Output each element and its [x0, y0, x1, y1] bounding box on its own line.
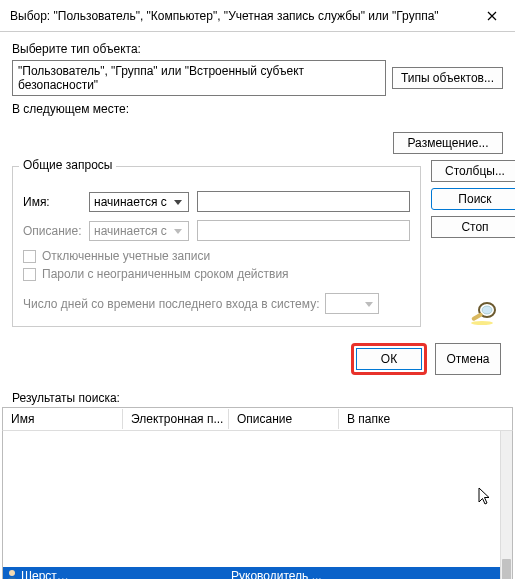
description-match-select: начинается с — [89, 221, 189, 241]
svg-point-3 — [471, 321, 493, 325]
common-queries-legend: Общие запросы — [19, 158, 116, 172]
col-folder[interactable]: В папке — [339, 409, 512, 429]
nonexpiring-pw-checkbox — [23, 268, 36, 281]
search-icon — [467, 299, 503, 327]
description-input — [197, 220, 410, 241]
row-name: Шерст… — [21, 569, 125, 579]
disabled-accounts-label: Отключенные учетные записи — [42, 249, 210, 263]
object-type-label: Выберите тип объекта: — [12, 42, 503, 56]
user-icon — [5, 568, 19, 580]
location-label: В следующем месте: — [12, 102, 503, 116]
row-desc: Руководитель ... — [231, 569, 341, 579]
svg-point-4 — [9, 570, 15, 576]
titlebar: Выбор: "Пользователь", "Компьютер", "Уче… — [0, 0, 515, 32]
cancel-button[interactable]: Отмена — [435, 343, 501, 375]
col-description[interactable]: Описание — [229, 409, 339, 429]
common-queries-fieldset: Общие запросы Имя: начинается с Описание… — [12, 166, 421, 327]
close-button[interactable] — [469, 0, 515, 32]
results-header: Имя Электронная п... Описание В папке — [2, 407, 513, 431]
window-title: Выбор: "Пользователь", "Компьютер", "Уче… — [10, 9, 469, 23]
ok-button[interactable]: ОК — [356, 348, 422, 370]
col-name[interactable]: Имя — [3, 409, 123, 429]
svg-rect-2 — [471, 312, 483, 321]
svg-point-1 — [482, 306, 492, 314]
stop-button[interactable]: Стоп — [431, 216, 515, 238]
name-label: Имя: — [23, 195, 81, 209]
columns-button[interactable]: Столбцы... — [431, 160, 515, 182]
days-since-logon-label: Число дней со времени последнего входа в… — [23, 297, 319, 311]
find-now-button[interactable]: Поиск — [431, 188, 515, 210]
object-type-value: "Пользователь", "Группа" или "Встроенный… — [12, 60, 386, 96]
scrollbar[interactable] — [500, 431, 512, 579]
nonexpiring-pw-label: Пароли с неограниченным сроком действия — [42, 267, 289, 281]
object-types-button[interactable]: Типы объектов... — [392, 67, 503, 89]
name-input[interactable] — [197, 191, 410, 212]
locations-button[interactable]: Размещение... — [393, 132, 503, 154]
scroll-thumb[interactable] — [502, 559, 511, 579]
name-match-select[interactable]: начинается с — [89, 192, 189, 212]
results-label: Результаты поиска: — [12, 391, 515, 405]
disabled-accounts-checkbox — [23, 250, 36, 263]
table-row[interactable]: Шерст… Руководитель ... — [3, 567, 500, 579]
days-since-logon-select — [325, 293, 379, 314]
results-body[interactable]: Шерст… Руководитель ... — [2, 431, 513, 579]
col-email[interactable]: Электронная п... — [123, 409, 229, 429]
close-icon — [487, 11, 497, 21]
description-label: Описание: — [23, 224, 81, 238]
ok-highlight: ОК — [351, 343, 427, 375]
